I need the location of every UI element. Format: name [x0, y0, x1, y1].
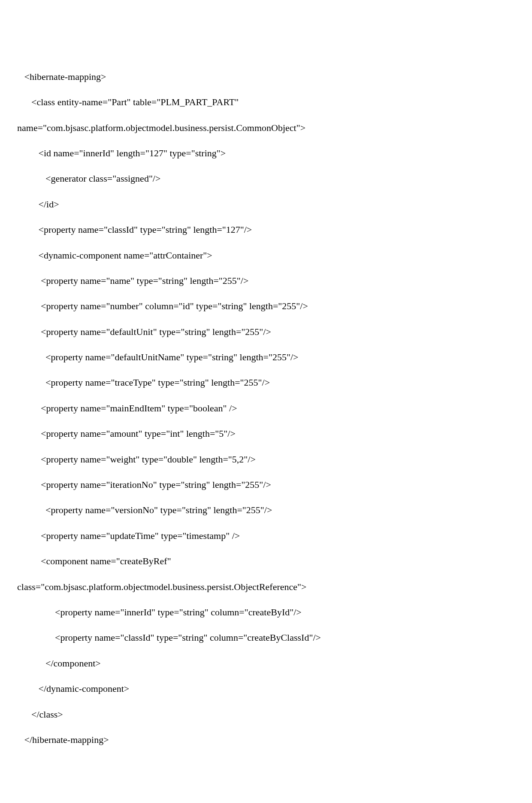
code-line: <property name="number" column="id" type…	[17, 293, 515, 319]
code-line: <property name="classId" type="string" c…	[17, 625, 515, 650]
code-line: <property name="updateTime" type="timest…	[17, 523, 515, 548]
code-line: class="com.bjsasc.platform.objectmodel.b…	[17, 574, 515, 599]
code-line: <component name="createByRef"	[17, 548, 515, 574]
code-line: <hibernate-mapping>	[17, 64, 515, 89]
code-line: <property name="amount" type="int" lengt…	[17, 421, 515, 446]
code-line: </hibernate-mapping>	[17, 727, 515, 752]
code-line: <property name="weight" type="double" le…	[17, 447, 515, 472]
code-line: <property name="traceType" type="string"…	[17, 370, 515, 395]
code-line: <class entity-name="Part" table="PLM_PAR…	[17, 89, 515, 115]
code-line: <property name="defaultUnit" type="strin…	[17, 319, 515, 344]
code-block: <hibernate-mapping> <class entity-name="…	[17, 64, 515, 753]
code-line: <property name="mainEndItem" type="boole…	[17, 395, 515, 421]
code-line: <property name="name" type="string" leng…	[17, 268, 515, 293]
code-line: </class>	[17, 702, 515, 727]
code-line: <property name="iterationNo" type="strin…	[17, 472, 515, 497]
code-line: <generator class="assigned"/>	[17, 166, 515, 191]
code-line: </id>	[17, 192, 515, 217]
code-line: name="com.bjsasc.platform.objectmodel.bu…	[17, 115, 515, 140]
code-line: <property name="classId" type="string" l…	[17, 217, 515, 242]
code-line: <property name="innerId" type="string" c…	[17, 599, 515, 625]
code-line: <dynamic-component name="attrContainer">	[17, 243, 515, 268]
code-line: </dynamic-component>	[17, 676, 515, 701]
code-line: <property name="defaultUnitName" type="s…	[17, 344, 515, 370]
code-line: <id name="innerId" length="127" type="st…	[17, 140, 515, 166]
code-line: </component>	[17, 651, 515, 676]
code-line: <property name="versionNo" type="string"…	[17, 497, 515, 523]
